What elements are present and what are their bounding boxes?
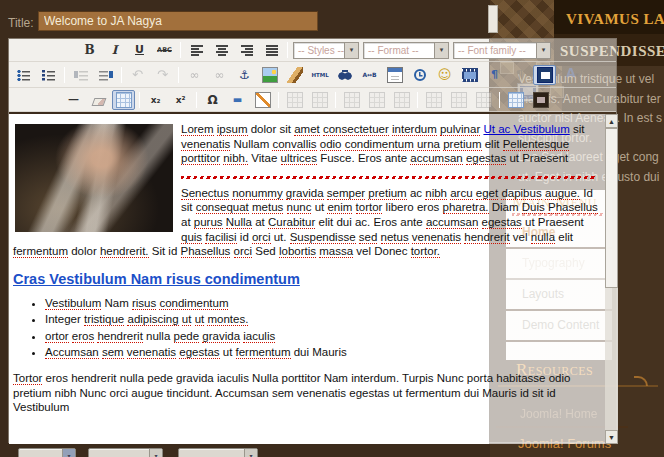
toolbar-separator [178, 67, 179, 83]
align-left-button[interactable] [185, 40, 208, 60]
remove-format-icon [91, 98, 106, 106]
toolbar-separator [417, 92, 418, 108]
insert-col-after-icon [451, 92, 467, 108]
horizontal-rule-button[interactable]: — [62, 90, 85, 110]
insert-col-before-icon [426, 92, 442, 108]
format-select[interactable]: -- Format --▾ [363, 42, 449, 59]
paragraph: Tortor eros hendrerit nulla pede gravida… [13, 371, 599, 415]
ltr-paragraph-icon: ¶ [487, 67, 503, 83]
dropdown-arrow-icon[interactable]: ▾ [149, 449, 162, 457]
align-center-icon [214, 42, 230, 58]
insert-image-icon [262, 67, 278, 83]
bullet-list-button[interactable] [12, 65, 35, 85]
styles-select[interactable]: -- Styles --▾ [293, 42, 359, 59]
readmore-separator [181, 176, 597, 179]
scroll-up-icon[interactable]: ▲ [605, 114, 618, 128]
form-select-value [179, 449, 244, 457]
ltr-paragraph-button[interactable]: ¶ [483, 65, 506, 85]
text-link[interactable]: Ut ac Vestibulum [483, 123, 569, 135]
undo-icon: ↶ [130, 67, 146, 83]
dropdown-arrow-icon[interactable]: ▾ [344, 43, 358, 58]
insert-date-button[interactable] [383, 65, 406, 85]
dropdown-arrow-icon[interactable]: ▾ [244, 449, 257, 457]
toolbar-separator [180, 42, 181, 58]
outdent-button [69, 65, 92, 85]
rich-text-editor: BIUABC-- Styles --▾-- Format --▾-- Font … [8, 38, 617, 443]
edit-css-style-button[interactable] [251, 90, 274, 110]
special-character-icon: Ω [205, 92, 221, 108]
superscript-icon: x² [173, 92, 189, 108]
font-family-select[interactable]: -- Font family --▾ [453, 42, 551, 59]
find-replace-button[interactable]: A↔B [358, 65, 381, 85]
superscript-button[interactable]: x² [169, 90, 192, 110]
redo-icon: ↷ [155, 67, 171, 83]
toolbar-row-1: BIUABC-- Styles --▾-- Format --▾-- Font … [9, 39, 616, 62]
underline-button[interactable]: U [128, 40, 151, 60]
table-cell-properties-button [308, 90, 331, 110]
advanced-hr-button[interactable]: ▬ [226, 90, 249, 110]
delete-table-button[interactable] [529, 90, 552, 110]
align-center-button[interactable] [210, 40, 233, 60]
editor-scrollbar[interactable]: ▲ ▼ [605, 114, 618, 444]
fullscreen-toggle-button[interactable] [533, 65, 556, 85]
insert-time-icon [414, 69, 426, 81]
special-character-button[interactable]: Ω [201, 90, 224, 110]
title-input[interactable] [38, 11, 318, 31]
outdent-icon [73, 67, 89, 83]
align-right-button[interactable] [235, 40, 258, 60]
scroll-down-icon[interactable]: ▼ [605, 430, 618, 444]
article-link-heading[interactable]: Cras Vestibulum Nam risus condimentum [13, 272, 599, 287]
find-icon [337, 67, 353, 83]
insert-time-button[interactable] [408, 65, 431, 85]
dropdown-arrow-icon[interactable]: ▾ [62, 449, 75, 457]
toolbar-separator [121, 67, 122, 83]
delete-col-icon [476, 92, 492, 108]
form-select-2[interactable]: ▾ [88, 448, 163, 457]
cleanup-code-button[interactable] [283, 65, 306, 85]
insert-table-button[interactable] [504, 90, 527, 110]
form-select-1[interactable]: ▾ [18, 448, 76, 457]
advanced-hr-icon: ▬ [230, 92, 246, 108]
scrollbar-fragment [488, 5, 498, 33]
form-select-3[interactable]: ▾ [178, 448, 258, 457]
bullet-list: Vestibulum Nam risus condimentumInteger … [13, 296, 599, 359]
subscript-button[interactable]: x₂ [144, 90, 167, 110]
rtl-paragraph-icon: ¶ [512, 67, 528, 83]
indent-button[interactable] [94, 65, 117, 85]
find-button[interactable] [333, 65, 356, 85]
editable-body[interactable]: Lorem ipsum dolor sit amet consectetuer … [9, 114, 605, 444]
insert-date-icon [387, 67, 403, 83]
visual-aid-toggle-icon [116, 92, 132, 108]
delete-col-button [472, 90, 495, 110]
cleanup-code-icon [287, 67, 303, 83]
insert-image-button[interactable] [258, 65, 281, 85]
bold-button[interactable]: B [78, 40, 101, 60]
anchor-button[interactable]: ⚓ [233, 65, 256, 85]
align-justify-icon [264, 42, 280, 58]
dropdown-arrow-icon[interactable]: ▾ [536, 43, 550, 58]
emoticons-button[interactable]: ☺ [433, 65, 456, 85]
toolbar-separator [64, 67, 65, 83]
toolbar-separator [499, 92, 500, 108]
list-item: Vestibulum Nam risus condimentum [45, 296, 599, 311]
italic-button[interactable]: I [103, 40, 126, 60]
visual-aid-toggle-button[interactable] [112, 90, 135, 110]
scrollbar-thumb[interactable] [605, 128, 618, 288]
numbered-list-button[interactable] [37, 65, 60, 85]
insert-table-icon [508, 92, 524, 108]
bullet-list-icon [16, 67, 32, 83]
insert-media-button[interactable] [458, 65, 481, 85]
dropdown-arrow-icon[interactable]: ▾ [434, 43, 448, 58]
delete-row-icon [394, 92, 410, 108]
list-item: Integer tristique adipiscing ut ut monte… [45, 312, 599, 327]
strikethrough-button[interactable]: ABC [153, 40, 176, 60]
align-justify-button[interactable] [260, 40, 283, 60]
toolbar-separator [335, 92, 336, 108]
insert-media-icon [462, 68, 478, 82]
horizontal-rule-icon: — [66, 92, 82, 108]
remove-format-button[interactable] [87, 90, 110, 110]
align-right-icon [239, 42, 255, 58]
html-source-button[interactable]: HTML [308, 65, 331, 85]
fullscreen-toggle-icon [537, 67, 553, 83]
edit-css-style-icon [255, 92, 271, 108]
